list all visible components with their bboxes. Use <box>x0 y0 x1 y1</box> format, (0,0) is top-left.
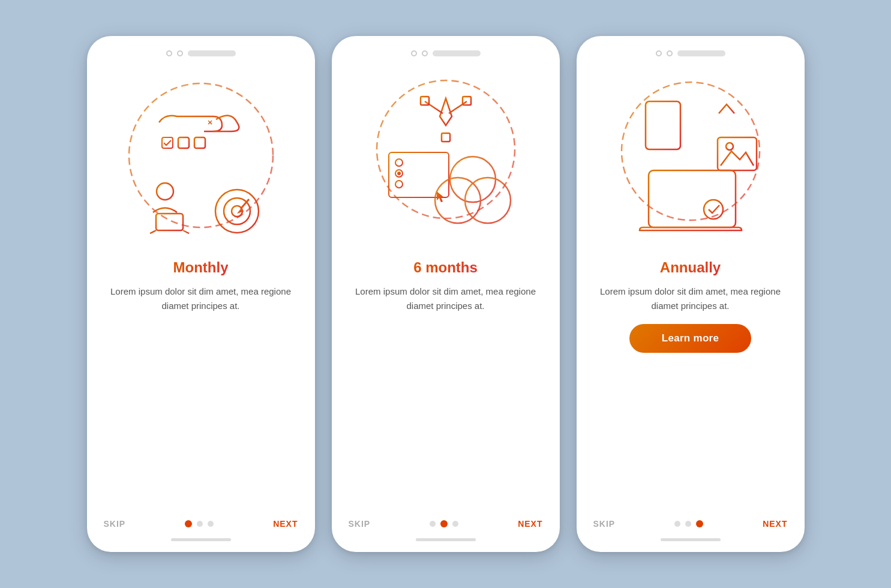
monthly-nav: SKIP NEXT <box>87 519 315 529</box>
svg-marker-16 <box>237 209 244 214</box>
six-months-title: 6 months <box>413 259 478 276</box>
svg-line-20 <box>449 101 467 113</box>
monthly-title: Monthly <box>173 259 229 276</box>
monthly-illustration <box>111 62 291 254</box>
dot-1-3 <box>208 521 214 527</box>
monthly-next[interactable]: NEXT <box>273 519 298 529</box>
svg-rect-9 <box>156 214 183 230</box>
six-months-nav: SKIP NEXT <box>332 519 560 529</box>
notch-dot-3 <box>411 50 417 56</box>
dot-1-2 <box>197 521 203 527</box>
phone-annually: Annually Lorem ipsum dolor sit dim amet,… <box>577 36 805 552</box>
six-months-illustration <box>356 62 536 254</box>
annually-illustration <box>601 62 781 254</box>
svg-point-36 <box>622 82 760 220</box>
notch-dot-1 <box>166 50 172 56</box>
svg-point-33 <box>450 157 496 202</box>
monthly-dots <box>185 520 214 527</box>
svg-rect-1 <box>162 137 173 148</box>
dot-3-1 <box>674 521 680 527</box>
annually-description: Lorem ipsum dolor sit dim amet, mea regi… <box>577 284 805 313</box>
phone-notch-1 <box>166 50 236 56</box>
svg-point-25 <box>395 159 403 166</box>
svg-point-28 <box>397 172 401 175</box>
six-months-next[interactable]: NEXT <box>518 519 542 529</box>
notch-bar-1 <box>188 50 236 56</box>
six-months-home-bar <box>416 538 476 541</box>
phone-six-months: 6 months Lorem ipsum dolor sit dim amet,… <box>332 36 560 552</box>
dot-2-1 <box>430 521 436 527</box>
learn-more-button[interactable]: Learn more <box>629 324 752 353</box>
monthly-description: Lorem ipsum dolor sit dim amet, mea regi… <box>87 284 315 313</box>
dot-3-2 <box>685 521 691 527</box>
svg-rect-3 <box>194 137 205 148</box>
dot-2-active <box>440 520 448 527</box>
svg-line-10 <box>150 230 156 233</box>
svg-point-46 <box>726 143 733 150</box>
notch-dot-2 <box>177 50 183 56</box>
phone-monthly: Monthly Lorem ipsum dolor sit dim amet, … <box>87 36 315 552</box>
svg-rect-37 <box>646 101 680 149</box>
annually-title: Annually <box>660 259 721 276</box>
svg-point-34 <box>465 178 511 223</box>
notch-dot-5 <box>656 50 662 56</box>
svg-rect-47 <box>649 170 736 227</box>
six-months-description: Lorem ipsum dolor sit dim amet, mea regi… <box>332 284 560 313</box>
annually-nav: SKIP NEXT <box>577 519 805 529</box>
notch-bar-3 <box>677 50 725 56</box>
notch-bar-2 <box>433 50 481 56</box>
svg-point-0 <box>129 83 273 227</box>
annually-next[interactable]: NEXT <box>763 519 787 529</box>
svg-line-11 <box>183 230 189 233</box>
svg-rect-45 <box>718 137 757 170</box>
svg-rect-23 <box>442 133 450 142</box>
annually-home-bar <box>661 538 721 541</box>
phones-container: Monthly Lorem ipsum dolor sit dim amet, … <box>87 36 805 552</box>
monthly-skip[interactable]: SKIP <box>104 519 126 529</box>
dot-3-active <box>696 520 703 527</box>
dot-2-3 <box>452 521 458 527</box>
annually-dots <box>674 520 703 527</box>
annually-skip[interactable]: SKIP <box>593 519 616 529</box>
svg-marker-32 <box>437 191 444 202</box>
phone-notch-3 <box>656 50 725 56</box>
six-months-skip[interactable]: SKIP <box>349 519 371 529</box>
dot-1-active <box>185 520 192 527</box>
phone-notch-2 <box>411 50 481 56</box>
notch-dot-4 <box>422 50 428 56</box>
svg-point-30 <box>395 181 403 188</box>
svg-line-19 <box>425 101 443 113</box>
svg-rect-2 <box>178 137 189 148</box>
six-months-dots <box>430 520 458 527</box>
svg-point-12 <box>215 190 259 233</box>
svg-point-8 <box>157 183 173 200</box>
notch-dot-6 <box>667 50 673 56</box>
monthly-home-bar <box>171 538 231 541</box>
